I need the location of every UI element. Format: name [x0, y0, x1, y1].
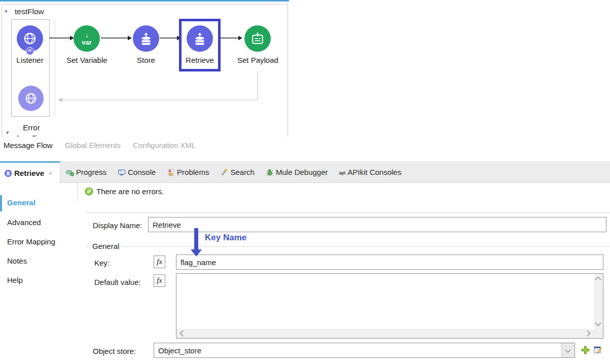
general-group-label: General	[89, 242, 122, 250]
plus-icon	[581, 346, 590, 354]
node-label: Set Payload	[237, 56, 278, 64]
tab-progress[interactable]: Progress	[66, 168, 106, 176]
bug-icon	[266, 168, 274, 176]
key-label: Key:	[94, 259, 110, 267]
sidebar-item-advanced[interactable]: Advanced	[7, 218, 41, 227]
display-name-input[interactable]	[148, 217, 606, 232]
search-flashlight-icon	[220, 168, 228, 176]
scroll-right-icon[interactable]	[584, 330, 591, 337]
vertical-scrollbar[interactable]	[594, 274, 603, 329]
tab-global-elements[interactable]: Global Elements	[65, 141, 121, 150]
objectstore-store-icon	[139, 31, 153, 46]
scroll-up-icon[interactable]	[595, 276, 601, 283]
tab-mule-debugger[interactable]: Mule Debugger	[266, 168, 328, 176]
annotation-arrowhead	[191, 249, 202, 257]
apikit-icon: api	[339, 169, 346, 175]
object-store-combo[interactable]: Object_store	[154, 343, 575, 358]
annotation-text: Key Name	[205, 233, 246, 243]
flow-node-store[interactable]: Store	[126, 25, 166, 64]
progress-icon	[66, 168, 74, 176]
key-input[interactable]	[176, 254, 603, 270]
default-value-fx-button[interactable]: fx	[154, 274, 165, 287]
tab-label: Progress	[76, 168, 106, 176]
status-message: There are no errors.	[96, 187, 164, 196]
key-fx-button[interactable]: fx	[154, 256, 165, 268]
error-handling-collapse-icon[interactable]: ▾	[6, 130, 9, 135]
tab-message-flow[interactable]: Message Flow	[4, 141, 53, 150]
canvas-top-accent	[0, 0, 289, 2]
objectstore-retrieve-icon	[193, 31, 207, 46]
general-group-rule	[85, 246, 610, 247]
tab-label: APIkit Consoles	[348, 168, 402, 176]
default-value-textarea[interactable]	[176, 273, 603, 339]
anypoint-studio-window: ▾ testFlow	[0, 0, 610, 364]
sidebar-item-notes[interactable]: Notes	[7, 257, 27, 265]
edit-icon	[594, 345, 602, 354]
scrollbar-corner	[594, 329, 603, 338]
listener-exchange-badge-icon: ⇄	[26, 47, 34, 55]
flow-container[interactable]: ▾ testFlow	[2, 4, 288, 137]
node-label: Store	[126, 56, 166, 64]
add-object-store-button[interactable]	[581, 346, 590, 354]
tab-label: Search	[230, 168, 255, 176]
sidebar-active-indicator	[0, 195, 2, 211]
horizontal-scrollbar[interactable]	[176, 329, 594, 338]
node-label: Set Variable	[66, 56, 107, 64]
retrieve-tab-icon	[5, 170, 12, 177]
set-variable-icon: ↓ var	[82, 31, 92, 46]
tab-search[interactable]: Search	[220, 168, 255, 176]
sidebar-item-error-mapping[interactable]: Error Mapping	[7, 237, 55, 246]
flow-node-error-listener[interactable]	[18, 86, 44, 111]
http-listener-icon	[22, 31, 38, 46]
console-icon	[118, 168, 126, 176]
flow-node-set-payload[interactable]: Set Payload	[237, 25, 278, 64]
tab-retrieve[interactable]: Retrieve ×	[0, 161, 60, 184]
flow-node-retrieve[interactable]: Retrieve	[180, 25, 220, 64]
tab-label: Console	[128, 168, 156, 176]
error-handling-label: Error handling	[10, 122, 53, 137]
tab-label: Retrieve	[14, 169, 44, 177]
node-label: Listener	[10, 56, 50, 64]
combo-value: Object_store	[154, 346, 561, 355]
tab-label: Problems	[177, 168, 209, 176]
object-store-label: Object store:	[93, 347, 136, 355]
panel-divider	[77, 183, 78, 201]
display-name-label: Display Name:	[93, 221, 142, 230]
close-icon[interactable]: ×	[48, 169, 52, 177]
flow-node-set-variable[interactable]: ↓ var Set Variable	[66, 25, 107, 64]
no-errors-check-icon	[85, 187, 93, 196]
flow-node-listener[interactable]: ⇄ Listener	[10, 25, 50, 64]
tab-apikit-consoles[interactable]: api APIkit Consoles	[339, 168, 402, 176]
tab-label: Mule Debugger	[276, 168, 328, 176]
form-top-rule	[85, 212, 610, 213]
sidebar-item-general[interactable]: General	[7, 198, 35, 207]
tab-console[interactable]: Console	[118, 168, 156, 176]
combo-dropdown-button[interactable]	[561, 343, 575, 357]
validation-status: There are no errors.	[85, 187, 164, 196]
scroll-down-icon[interactable]	[595, 320, 601, 326]
annotation-arrow	[194, 228, 198, 250]
tab-problems[interactable]: Problems	[167, 168, 209, 176]
problems-icon	[167, 168, 175, 176]
chevron-down-icon	[565, 347, 570, 352]
scroll-left-icon[interactable]	[180, 330, 186, 337]
flow-connectors	[2, 5, 288, 137]
http-listener-icon	[24, 91, 38, 105]
node-label: Retrieve	[180, 56, 220, 64]
edit-object-store-button[interactable]	[594, 345, 602, 354]
default-value-label: Default value:	[94, 278, 141, 286]
set-payload-icon	[250, 31, 265, 46]
sidebar-item-help[interactable]: Help	[7, 276, 23, 284]
tab-configuration-xml[interactable]: Configuration XML	[133, 141, 196, 150]
